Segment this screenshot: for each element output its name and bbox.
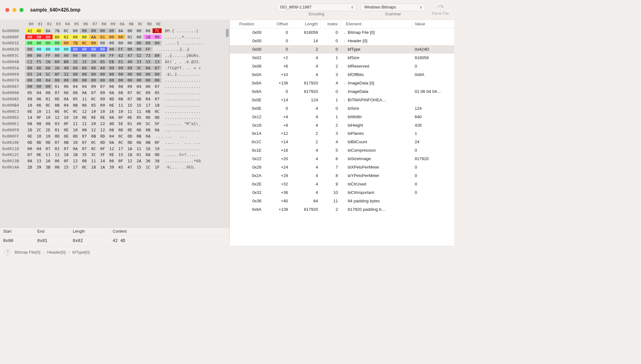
hex-byte[interactable]: 35: [80, 152, 89, 157]
hex-byte[interactable]: 0A: [107, 115, 116, 120]
hex-byte[interactable]: 73: [143, 53, 152, 58]
hex-byte[interactable]: 06: [34, 103, 44, 107]
hex-byte[interactable]: 00: [34, 84, 44, 89]
hex-byte[interactable]: 11: [71, 121, 80, 126]
hex-byte[interactable]: 00: [34, 41, 44, 45]
hex-byte[interactable]: 8A: [116, 28, 125, 33]
hex-byte[interactable]: 10: [116, 109, 125, 114]
hex-byte[interactable]: 00: [80, 78, 89, 83]
hex-byte[interactable]: 24: [34, 72, 44, 76]
hex-byte[interactable]: 00: [152, 72, 162, 76]
hex-byte[interactable]: 00: [134, 78, 143, 83]
hex-byte[interactable]: 0B: [62, 140, 71, 144]
hex-byte[interactable]: 09: [89, 84, 98, 89]
hex-byte[interactable]: 10: [44, 115, 53, 120]
hex-byte[interactable]: 0D: [125, 134, 134, 139]
hex-byte[interactable]: 00: [125, 72, 134, 76]
hex-byte[interactable]: FF: [116, 47, 125, 52]
hex-byte[interactable]: 00: [34, 47, 44, 52]
hex-byte[interactable]: 0D: [34, 140, 44, 144]
hex-row[interactable]: 0x0010E0D0D0D070B10070C0D0A0C0D080B0F...…: [0, 139, 229, 145]
hex-row[interactable]: 0x000C30E10110E0C0C121010161011110B0C...…: [0, 108, 229, 114]
hex-byte[interactable]: 01: [134, 152, 143, 157]
hex-byte[interactable]: 12: [80, 109, 89, 114]
hex-byte[interactable]: 00: [34, 34, 44, 39]
hex-byte[interactable]: 1F: [152, 165, 162, 169]
hex-byte[interactable]: 0C: [62, 28, 71, 33]
hex-byte[interactable]: 00: [71, 47, 80, 52]
hex-byte[interactable]: 0D: [152, 152, 162, 157]
breadcrumb-item[interactable]: Header[0]: [47, 250, 66, 255]
hex-byte[interactable]: 17: [71, 165, 80, 169]
hex-byte[interactable]: 03: [25, 72, 34, 76]
hex-byte[interactable]: 08: [116, 84, 125, 89]
hex-byte[interactable]: EB: [107, 59, 116, 64]
hex-byte[interactable]: 07: [53, 90, 62, 95]
hex-byte[interactable]: 00: [134, 72, 143, 76]
hex-row[interactable]: 0x0000F00000080020000AA01000001001800...…: [0, 34, 229, 40]
hex-byte[interactable]: 00: [152, 41, 162, 45]
hex-byte[interactable]: 15: [80, 59, 89, 64]
hex-byte[interactable]: 0D: [25, 140, 34, 144]
hex-byte[interactable]: 0E: [53, 97, 62, 101]
hex-byte[interactable]: 0C: [89, 146, 98, 151]
hex-byte[interactable]: 8A: [44, 28, 53, 33]
hex-byte[interactable]: 4D: [34, 28, 44, 33]
tree-row[interactable]: 0x36+40841184 padding bytes: [230, 197, 454, 205]
hex-byte[interactable]: B8: [62, 59, 71, 64]
hex-byte[interactable]: 99: [107, 65, 116, 70]
hex-byte[interactable]: FF: [143, 47, 152, 52]
hex-byte[interactable]: 0E: [53, 109, 62, 114]
hex-byte[interactable]: 11: [53, 152, 62, 157]
hex-byte[interactable]: 11: [44, 152, 53, 157]
hex-byte[interactable]: 47: [125, 165, 134, 169]
hex-byte[interactable]: 0B: [143, 128, 152, 132]
tree-row[interactable]: 0x16+842biHeight426: [230, 121, 454, 129]
hex-byte[interactable]: 08: [80, 128, 89, 132]
hex-byte[interactable]: 09: [125, 84, 134, 89]
hex-byte[interactable]: 00: [53, 78, 62, 83]
hex-byte[interactable]: A0: [98, 65, 107, 70]
hex-byte[interactable]: 11: [89, 159, 98, 163]
hex-byte[interactable]: 2C: [34, 128, 44, 132]
hex-byte[interactable]: 0A: [80, 90, 89, 95]
tree-body[interactable]: 0x0008180580⌄Bitmap File [0]0x000140⌄Hea…: [230, 28, 454, 246]
hex-byte[interactable]: 00: [107, 41, 116, 45]
hex-byte[interactable]: 00: [71, 72, 80, 76]
hex-byte[interactable]: 0D: [116, 128, 125, 132]
hex-byte[interactable]: 04: [143, 97, 152, 101]
hex-byte[interactable]: 0C: [89, 140, 98, 144]
hex-row[interactable]: 0x0004BC2F52860B81E152085EB0140333313Âõ(…: [0, 58, 229, 65]
tree-row[interactable]: 0x2E+3249biClrUsed0: [230, 180, 454, 188]
hex-row[interactable]: 0x000F01D2C2E010E10081212080D0E060B0A.,.…: [0, 127, 229, 133]
hex-byte[interactable]: 05: [152, 90, 162, 95]
hex-row[interactable]: 0x0006903245C8F3200000000000000000000.$\…: [0, 71, 229, 77]
hex-row[interactable]: 0x0001E00000000007B0C0000000000000000...…: [0, 40, 229, 46]
hex-byte[interactable]: 06: [34, 97, 44, 101]
hex-byte[interactable]: 07: [80, 140, 89, 144]
tree-row[interactable]: 0x0E+141241⌄BITMAPINFOHEA…: [230, 96, 454, 104]
hex-byte[interactable]: 08: [107, 128, 116, 132]
hex-byte[interactable]: 0C: [134, 90, 143, 95]
hex-row[interactable]: 0x00087000000010604040907060809040607...…: [0, 83, 229, 89]
hex-byte[interactable]: 0D: [107, 97, 116, 101]
hex-byte[interactable]: 66: [44, 65, 53, 70]
hex-byte[interactable]: 06: [107, 159, 116, 163]
tree-row[interactable]: 0x8A+1388179204⌄ImageData [0]: [230, 79, 454, 87]
hex-byte[interactable]: 0E: [125, 128, 134, 132]
hex-byte[interactable]: 00: [116, 78, 125, 83]
breadcrumb-item[interactable]: bfType[0]: [72, 250, 90, 255]
hex-byte[interactable]: 00: [152, 34, 162, 39]
hex-byte[interactable]: 18: [62, 152, 71, 157]
hex-byte[interactable]: 20: [89, 121, 98, 126]
hex-byte[interactable]: 06: [62, 90, 71, 95]
hex-row[interactable]: 0x000960504080706080A07090A08070C0905...…: [0, 89, 229, 96]
hex-byte[interactable]: 09: [25, 97, 34, 101]
hex-byte[interactable]: FF: [107, 53, 116, 58]
hex-byte[interactable]: 08: [80, 159, 89, 163]
hex-byte[interactable]: 8F: [53, 72, 62, 76]
hex-byte[interactable]: 00: [125, 78, 134, 83]
hex-byte[interactable]: 0F: [116, 115, 125, 120]
hex-byte[interactable]: 00: [143, 41, 152, 45]
hex-byte[interactable]: 0B: [143, 140, 152, 144]
